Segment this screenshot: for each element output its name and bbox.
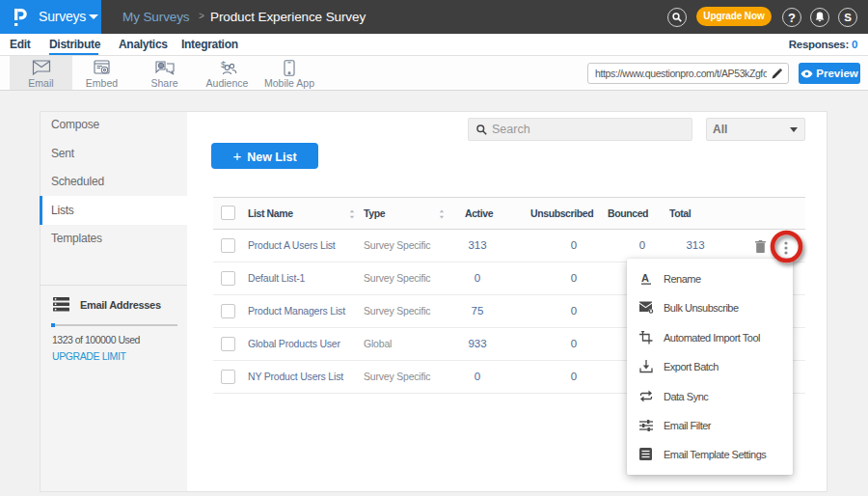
- svg-text:A: A: [641, 272, 649, 284]
